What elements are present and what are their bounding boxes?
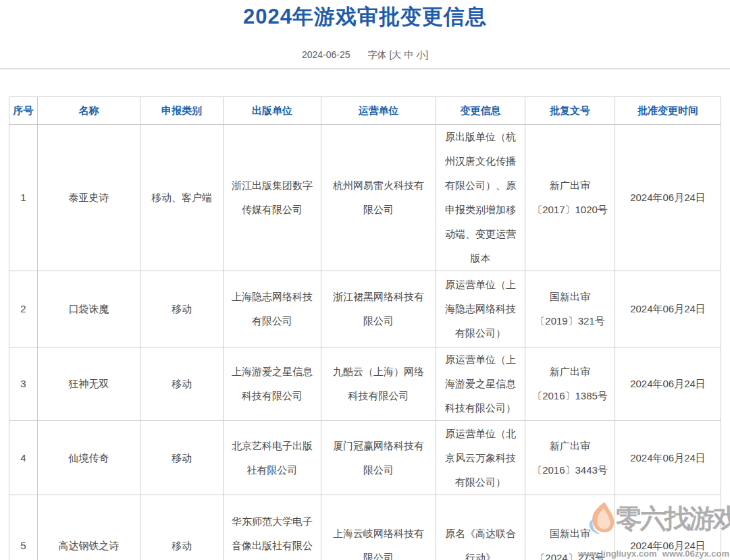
font-size-label-close: ] (425, 49, 428, 60)
cell-doc-number: 新广出审〔2016〕3443号 (525, 421, 615, 495)
cell-approve-date: 2024年06月24日 (615, 271, 721, 347)
table-row: 1 泰亚史诗 移动、客户端 浙江出版集团数字传媒有限公司 杭州网易雷火科技有限公… (9, 125, 721, 271)
cell-operator: 厦门冠赢网络科技有限公司 (321, 421, 436, 495)
table-row: 4 仙境传奇 移动 北京艺科电子出版社有限公司 厦门冠赢网络科技有限公司 原运营… (9, 421, 721, 495)
cell-approve-date: 2024年06月24日 (615, 421, 721, 495)
cell-change-info: 原出版单位（杭州汉唐文化传播有限公司）、原申报类别增加移动端、变更运营版本 (436, 125, 525, 271)
cell-publisher: 北京艺科电子出版社有限公司 (224, 421, 321, 495)
cell-publisher: 上海游爱之星信息科技有限公司 (224, 347, 321, 421)
approval-change-table: 序号 名称 申报类别 出版单位 运营单位 变更信息 批复文号 批准变更时间 1 … (9, 96, 721, 560)
cell-approve-date: 2024年06月24日 (615, 347, 721, 421)
publish-date: 2024-06-25 (302, 49, 350, 60)
cell-serial: 5 (9, 495, 38, 560)
cell-game-name: 仙境传奇 (38, 421, 140, 495)
table-row: 3 狂神无双 移动 上海游爱之星信息科技有限公司 九酷云（上海）网络科技有限公司… (9, 347, 721, 421)
header-divider (0, 68, 730, 69)
cell-category: 移动 (140, 347, 224, 421)
cell-serial: 3 (9, 347, 38, 421)
font-size-large-link[interactable]: 大 (392, 49, 401, 60)
cell-change-info: 原运营单位（上海隐志网络科技有限公司） (436, 271, 525, 347)
cell-doc-number: 新广出审〔2016〕1385号 (525, 347, 615, 421)
cell-approve-date: 2024年06月24日 (615, 125, 721, 271)
cell-category: 移动 (140, 271, 224, 347)
cell-category: 移动 (140, 495, 224, 560)
table-header-row: 序号 名称 申报类别 出版单位 运营单位 变更信息 批复文号 批准变更时间 (9, 97, 721, 125)
cell-category: 移动、客户端 (140, 125, 224, 271)
cell-change-info: 原运营单位（北京风云万象科技有限公司） (436, 421, 525, 495)
cell-publisher: 华东师范大学电子音像出版社有限公司 (224, 495, 321, 560)
cell-game-name: 泰亚史诗 (38, 125, 140, 271)
header-change-info: 变更信息 (436, 97, 525, 125)
header-operator: 运营单位 (321, 97, 436, 125)
cell-serial: 1 (9, 125, 38, 271)
font-size-small-link[interactable]: 小 (416, 49, 425, 60)
table-row: 2 口袋诛魔 移动 上海隐志网络科技有限公司 浙江裙黑网络科技有限公司 原运营单… (9, 271, 721, 347)
table-row: 5 高达钢铁之诗 移动 华东师范大学电子音像出版社有限公司 上海云岐网络科技有限… (9, 495, 721, 560)
cell-serial: 4 (9, 421, 38, 495)
header-name: 名称 (38, 97, 140, 125)
header-category: 申报类别 (140, 97, 224, 125)
cell-operator: 九酷云（上海）网络科技有限公司 (321, 347, 436, 421)
font-size-label: 字体 [ (368, 49, 392, 60)
cell-publisher: 浙江出版集团数字传媒有限公司 (224, 125, 321, 271)
cell-operator: 杭州网易雷火科技有限公司 (321, 125, 436, 271)
cell-category: 移动 (140, 421, 224, 495)
cell-doc-number: 国新出审〔2019〕321号 (525, 271, 615, 347)
cell-game-name: 狂神无双 (38, 347, 140, 421)
cell-doc-number: 新广出审〔2017〕1020号 (525, 125, 615, 271)
cell-serial: 2 (9, 271, 38, 347)
cell-game-name: 高达钢铁之诗 (38, 495, 140, 560)
page-title: 2024年游戏审批变更信息 (0, 0, 730, 31)
font-size-medium-link[interactable]: 中 (404, 49, 413, 60)
header-serial: 序号 (9, 97, 38, 125)
header-doc-number: 批复文号 (525, 97, 615, 125)
cell-change-info: 原运营单位（上海游爱之星信息科技有限公司） (436, 347, 525, 421)
meta-line: 2024-06-25字体 [大 中 小] (0, 49, 730, 61)
header-publisher: 出版单位 (224, 97, 321, 125)
cell-operator: 上海云岐网络科技有限公司 (321, 495, 436, 560)
cell-operator: 浙江裙黑网络科技有限公司 (321, 271, 436, 347)
header-approve-date: 批准变更时间 (615, 97, 721, 125)
cell-game-name: 口袋诛魔 (38, 271, 140, 347)
cell-publisher: 上海隐志网络科技有限公司 (224, 271, 321, 347)
cell-change-info: 原名《高达联合行动》 (436, 495, 525, 560)
cell-approve-date: 2024年06月24日 (615, 495, 721, 560)
cell-doc-number: 国新出审〔2024〕273号 (525, 495, 615, 560)
